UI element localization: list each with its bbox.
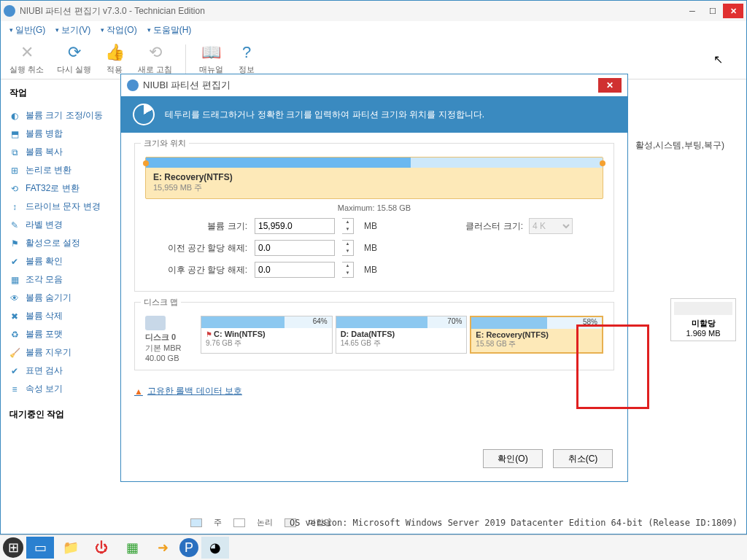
sidebar-icon: 🧹 — [9, 348, 20, 358]
dialog-banner: 테두리를 드래그하거나 정확한 크기를 입력하여 파티션 크기와 위치를 지정합… — [121, 96, 627, 133]
vol-size-label: 볼륨 크기: — [145, 220, 247, 233]
sidebar-icon: ⚑ — [9, 238, 20, 249]
menu-bar: ▾일반(G) ▾보기(V) ▾작업(O) ▾도움말(H) — [1, 21, 746, 39]
sidebar: 작업 ◐볼륨 크기 조정/이동⬒볼륨 병합⧉볼륨 복사⊞논리로 변환⟲FAT32… — [1, 79, 117, 534]
apply-button[interactable]: 👍적용 — [104, 42, 125, 75]
sidebar-icon: ✖ — [9, 311, 20, 322]
dialog-app-icon — [127, 79, 139, 91]
sidebar-icon: ✔ — [9, 366, 20, 376]
size-position-fieldset: 크기와 위치 E: Recovery(NTFS) 15,959 MB 주 Max… — [134, 143, 614, 292]
dialog-close-button[interactable]: ✕ — [598, 78, 622, 93]
sidebar-icon: ✔ — [9, 257, 20, 267]
cancel-button[interactable]: 취소(C) — [553, 449, 613, 468]
task-app-2[interactable]: ▦ — [118, 537, 146, 559]
sidebar-item-4[interactable]: ⟲FAT32로 변환 — [9, 179, 109, 198]
menu-view[interactable]: ▾보기(V) — [55, 24, 90, 36]
resize-dialog: NIUBI 파티션 편집기 ✕ 테두리를 드래그하거나 정확한 크기를 입력하여… — [120, 74, 628, 482]
sidebar-item-8[interactable]: ✔볼륨 확인 — [9, 252, 109, 271]
sidebar-item-9[interactable]: ▦조각 모음 — [9, 271, 109, 289]
sidebar-item-12[interactable]: ♻볼륨 포맷 — [9, 325, 109, 343]
window-title: NIUBI 파티션 편집기 v7.3.0 - Technician Editio… — [20, 5, 682, 18]
rollback-link[interactable]: ▲ 고유한 롤백 데이터 보호 — [134, 385, 614, 397]
sidebar-item-7[interactable]: ⚑활성으로 설정 — [9, 234, 109, 252]
task-niubi[interactable]: ◕ — [201, 537, 229, 559]
left-handle[interactable] — [143, 160, 149, 166]
sidebar-item-0[interactable]: ◐볼륨 크기 조정/이동 — [9, 106, 109, 125]
maximum-text: Maximum: 15.58 GB — [145, 203, 603, 212]
menu-help[interactable]: ▾도움말(H) — [147, 24, 192, 36]
sidebar-icon: ▦ — [9, 275, 20, 285]
info-button[interactable]: ?정보 — [236, 42, 257, 75]
sidebar-icon: ≡ — [9, 384, 20, 394]
vol-size-input[interactable] — [255, 218, 335, 234]
disk-map-fieldset: 디스크 맵 디스크 0 기본 MBR 40.00 GB 64%⚑C: Win(N… — [134, 302, 614, 370]
undo-button[interactable]: ✕실행 취소 — [9, 42, 44, 75]
pie-icon — [133, 104, 155, 125]
refresh-button[interactable]: ⟲새로 고침 — [138, 42, 172, 75]
ok-button[interactable]: 확인(O) — [483, 449, 543, 468]
partition-2[interactable]: 58%E: Recovery(NTFS)15.58 GB 주 — [470, 316, 603, 354]
sidebar-icon: ⊞ — [9, 166, 20, 176]
maximize-button[interactable]: ☐ — [703, 4, 723, 18]
sidebar-item-14[interactable]: ✔표면 검사 — [9, 362, 109, 380]
disk-icon — [145, 316, 166, 330]
menu-general[interactable]: ▾일반(G) — [9, 24, 45, 36]
sidebar-icon: ⟲ — [9, 184, 20, 194]
before-label: 이전 공간 할당 해제: — [145, 242, 247, 254]
app-icon — [4, 5, 15, 17]
cluster-select[interactable]: 4 K — [529, 218, 573, 234]
task-app-3[interactable]: ➜ — [149, 537, 177, 559]
task-app-4[interactable]: P — [179, 538, 198, 557]
dialog-title: NIUBI 파티션 편집기 — [143, 79, 598, 92]
close-button[interactable]: ✕ — [723, 4, 743, 18]
task-app-1[interactable]: ▭ — [26, 537, 54, 559]
sidebar-item-13[interactable]: 🧹볼륨 지우기 — [9, 343, 109, 362]
redo-button[interactable]: ⟳다시 실행 — [57, 42, 91, 75]
size-bar[interactable]: E: Recovery(NTFS) 15,959 MB 주 — [145, 157, 603, 199]
after-label: 이후 공간 할당 해제: — [145, 264, 247, 276]
cursor-icon: ↖ — [713, 52, 723, 66]
disk-info: 디스크 0 기본 MBR 40.00 GB — [145, 316, 196, 362]
taskbar: ⊞ ▭ 📁 ⏻ ▦ ➜ P ◕ — [0, 534, 747, 560]
os-info: OS version: Microsoft Windows Server 201… — [290, 518, 738, 528]
vol-size-spinner[interactable]: ▲▼ — [342, 218, 354, 234]
pending-heading: 대기중인 작업 — [9, 408, 109, 421]
before-input[interactable] — [255, 240, 335, 256]
sidebar-icon: ⧉ — [9, 147, 20, 158]
fire-icon: ▲ — [134, 386, 143, 397]
sidebar-item-1[interactable]: ⬒볼륨 병합 — [9, 125, 109, 143]
task-explorer[interactable]: 📁 — [57, 537, 85, 559]
start-button[interactable]: ⊞ — [3, 537, 23, 558]
dialog-title-bar: NIUBI 파티션 편집기 ✕ — [121, 74, 627, 96]
bg-flags: 활성,시스템,부팅,복구) — [635, 139, 724, 152]
minimize-button[interactable]: ─ — [682, 4, 703, 18]
before-spinner[interactable]: ▲▼ — [342, 240, 354, 256]
partition-0[interactable]: 64%⚑C: Win(NTFS)9.76 GB 주 — [201, 316, 333, 354]
after-spinner[interactable]: ▲▼ — [342, 262, 354, 278]
task-power[interactable]: ⏻ — [88, 537, 115, 559]
sidebar-item-11[interactable]: ✖볼륨 삭제 — [9, 307, 109, 325]
sidebar-item-3[interactable]: ⊞논리로 변환 — [9, 161, 109, 179]
sidebar-icon: ⬒ — [9, 129, 20, 139]
sidebar-item-6[interactable]: ✎라벨 변경 — [9, 216, 109, 234]
manual-button[interactable]: 📖매뉴얼 — [199, 42, 223, 75]
partition-1[interactable]: 70%D: Data(NTFS)14.65 GB 주 — [336, 316, 468, 354]
sidebar-item-15[interactable]: ≡속성 보기 — [9, 380, 109, 398]
menu-work[interactable]: ▾작업(O) — [101, 24, 136, 36]
sidebar-item-2[interactable]: ⧉볼륨 복사 — [9, 143, 109, 161]
unallocated-box: 미할당 1.969 MB — [670, 298, 736, 341]
flag-icon: ⚑ — [206, 330, 212, 338]
cluster-label: 클러스터 크기: — [421, 220, 523, 233]
sidebar-icon: ♻ — [9, 330, 20, 340]
sidebar-icon: 👁 — [9, 293, 20, 303]
sidebar-item-5[interactable]: ↕드라이브 문자 변경 — [9, 198, 109, 216]
sidebar-item-10[interactable]: 👁볼륨 숨기기 — [9, 289, 109, 307]
sidebar-icon: ✎ — [9, 220, 20, 230]
right-handle[interactable] — [600, 160, 605, 166]
sidebar-icon: ◐ — [9, 111, 20, 121]
after-input[interactable] — [255, 262, 335, 278]
sidebar-heading: 작업 — [9, 87, 109, 99]
title-bar: NIUBI 파티션 편집기 v7.3.0 - Technician Editio… — [1, 1, 746, 21]
sidebar-icon: ↕ — [9, 202, 20, 212]
